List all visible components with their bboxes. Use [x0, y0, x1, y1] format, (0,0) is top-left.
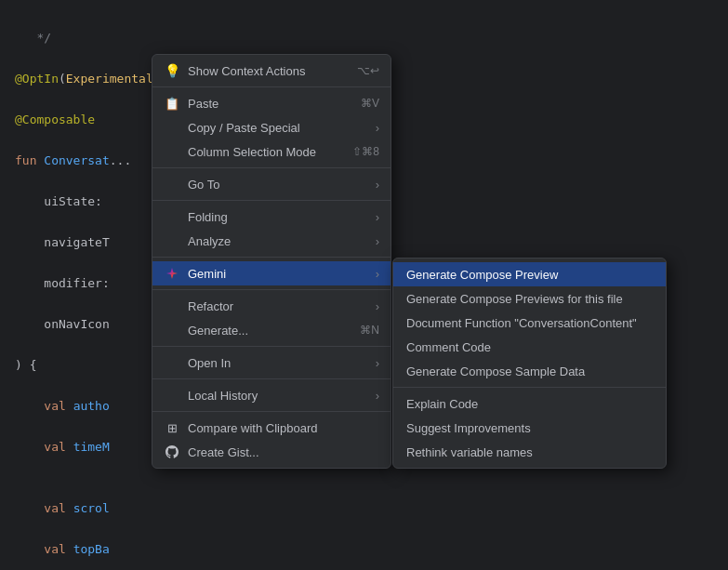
submenu-item-generate-compose-sample[interactable]: Generate Compose Sample Data: [393, 359, 666, 383]
menu-item-go-to[interactable]: Go To ›: [152, 172, 390, 196]
menu-label-gemini: Gemini: [188, 267, 372, 281]
separator-8: [152, 411, 390, 412]
submenu-label-generate-compose-previews-file: Generate Compose Previews for this file: [406, 292, 623, 306]
separator-7: [152, 378, 390, 379]
submenu-item-generate-compose-previews-file[interactable]: Generate Compose Previews for this file: [393, 286, 666, 311]
separator-3: [152, 200, 390, 201]
local-history-icon: [164, 387, 180, 404]
submenu-item-suggest-improvements[interactable]: Suggest Improvements: [393, 416, 666, 440]
menu-item-show-context-actions[interactable]: 💡 Show Context Actions ⌥↩: [152, 59, 390, 83]
submenu-label-generate-compose-preview: Generate Compose Preview: [406, 268, 558, 282]
menu-shortcut-column-selection: ⇧⌘8: [352, 145, 379, 158]
menu-shortcut-generate: ⌘N: [360, 324, 379, 337]
copy-paste-arrow: ›: [376, 121, 379, 135]
menu-label-create-gist: Create Gist...: [188, 445, 379, 459]
menu-label-column-selection: Column Selection Mode: [188, 145, 345, 159]
submenu-item-explain-code[interactable]: Explain Code: [393, 391, 666, 416]
submenu-item-document-function[interactable]: Document Function "ConversationContent": [393, 311, 666, 335]
separator-5: [152, 289, 390, 290]
menu-label-copy-paste-special: Copy / Paste Special: [188, 121, 372, 135]
gist-icon: [164, 444, 180, 460]
gemini-icon: [164, 265, 180, 282]
submenu-label-explain-code: Explain Code: [406, 397, 478, 411]
menu-item-generate[interactable]: Generate... ⌘N: [152, 318, 390, 342]
menu-label-generate: Generate...: [188, 324, 352, 338]
column-select-icon: [164, 143, 180, 160]
submenu-label-comment-code: Comment Code: [406, 340, 491, 354]
menu-label-refactor: Refactor: [188, 299, 372, 313]
menu-shortcut-show-context-actions: ⌥↩: [357, 64, 379, 77]
refactor-arrow: ›: [376, 299, 379, 313]
separator-2: [152, 167, 390, 168]
gemini-submenu: Generate Compose Preview Generate Compos…: [392, 258, 667, 469]
goto-icon: [164, 176, 180, 192]
separator-1: [152, 86, 390, 87]
bulb-icon: 💡: [164, 62, 180, 79]
context-menu: 💡 Show Context Actions ⌥↩ 📋 Paste ⌘V Cop…: [152, 54, 391, 469]
menu-label-show-context-actions: Show Context Actions: [188, 64, 350, 78]
submenu-label-document-function: Document Function "ConversationContent": [406, 316, 637, 330]
menu-item-create-gist[interactable]: Create Gist...: [152, 440, 390, 464]
menu-label-local-history: Local History: [188, 389, 372, 403]
menu-label-analyze: Analyze: [188, 234, 372, 248]
submenu-label-suggest-improvements: Suggest Improvements: [406, 421, 531, 435]
goto-arrow: ›: [376, 178, 379, 192]
submenu-item-rethink-variable-names[interactable]: Rethink variable names: [393, 440, 666, 464]
folding-arrow: ›: [376, 210, 379, 224]
compare-icon: ⊞: [164, 419, 180, 436]
copy-paste-icon: [164, 119, 180, 136]
menu-item-gemini[interactable]: Gemini › Generate Compose Preview Genera…: [152, 261, 390, 285]
gemini-arrow: ›: [376, 267, 379, 281]
menu-label-compare-clipboard: Compare with Clipboard: [188, 421, 379, 435]
menu-item-open-in[interactable]: Open In ›: [152, 351, 390, 375]
menu-item-refactor[interactable]: Refactor ›: [152, 294, 390, 318]
folding-icon: [164, 208, 180, 225]
menu-item-copy-paste-special[interactable]: Copy / Paste Special ›: [152, 115, 390, 139]
submenu-label-generate-compose-sample: Generate Compose Sample Data: [406, 365, 585, 378]
svg-marker-0: [166, 268, 178, 279]
analyze-arrow: ›: [376, 234, 379, 248]
menu-item-paste[interactable]: 📋 Paste ⌘V: [152, 91, 390, 115]
menu-label-folding: Folding: [188, 210, 372, 224]
separator-6: [152, 346, 390, 347]
submenu-item-generate-compose-preview[interactable]: Generate Compose Preview: [393, 262, 666, 286]
menu-item-folding[interactable]: Folding ›: [152, 205, 390, 229]
local-history-arrow: ›: [376, 389, 379, 403]
open-in-arrow: ›: [376, 356, 379, 370]
submenu-separator: [393, 387, 666, 388]
menu-item-local-history[interactable]: Local History ›: [152, 383, 390, 407]
menu-item-column-selection[interactable]: Column Selection Mode ⇧⌘8: [152, 139, 390, 164]
menu-item-analyze[interactable]: Analyze ›: [152, 229, 390, 253]
menu-label-go-to: Go To: [188, 178, 372, 192]
open-in-icon: [164, 354, 180, 371]
refactor-icon: [164, 298, 180, 314]
menu-item-compare-clipboard[interactable]: ⊞ Compare with Clipboard: [152, 416, 390, 440]
analyze-icon: [164, 232, 180, 249]
menu-label-open-in: Open In: [188, 356, 372, 370]
separator-4: [152, 257, 390, 258]
menu-shortcut-paste: ⌘V: [361, 97, 379, 110]
generate-icon: [164, 322, 180, 338]
menu-label-paste: Paste: [188, 97, 353, 111]
submenu-label-rethink-variable-names: Rethink variable names: [406, 445, 533, 459]
paste-icon: 📋: [164, 95, 180, 112]
submenu-item-comment-code[interactable]: Comment Code: [393, 335, 666, 359]
